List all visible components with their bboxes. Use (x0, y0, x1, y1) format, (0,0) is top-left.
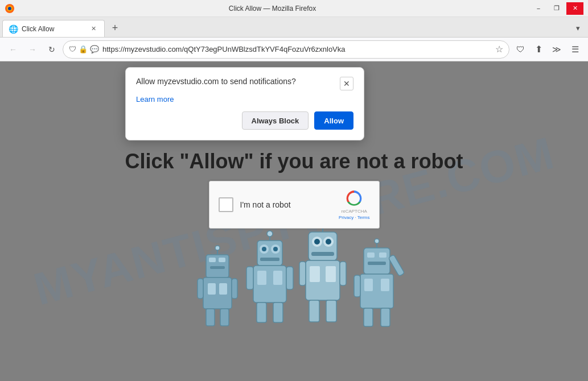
svg-rect-55 (364, 308, 373, 326)
tab-list-button[interactable]: ▾ (570, 20, 586, 36)
svg-rect-5 (219, 258, 225, 262)
svg-rect-36 (311, 252, 334, 256)
svg-rect-49 (368, 262, 386, 265)
restore-button[interactable]: ❐ (548, 2, 565, 15)
address-bar-icons: 🛡 🔒 💬 (69, 45, 99, 53)
recaptcha-brand-label: reCAPTCHA (342, 209, 367, 214)
popup-close-button[interactable]: ✕ (340, 77, 353, 90)
titlebar: Click Allow — Mozilla Firefox − ❐ ✕ (0, 0, 588, 17)
minimize-button[interactable]: − (530, 2, 547, 15)
svg-rect-26 (286, 267, 293, 289)
address-bar[interactable]: 🛡 🔒 💬 https://myzevstudio.com/qQtY73egPU… (63, 40, 509, 59)
svg-rect-13 (220, 309, 229, 326)
svg-rect-52 (381, 279, 389, 291)
svg-rect-40 (299, 262, 306, 285)
back-button[interactable]: ← (5, 41, 22, 58)
tab-favicon-icon: 🌐 (9, 24, 18, 34)
window-title: Click Allow — Mozilla Firefox (15, 5, 530, 13)
close-button[interactable]: ✕ (566, 2, 583, 15)
share-button[interactable]: ⬆ (530, 41, 547, 58)
menu-icon: ☰ (571, 44, 579, 55)
svg-rect-54 (354, 275, 360, 297)
popup-header: Allow myzevstudio.com to send notificati… (136, 77, 353, 90)
svg-rect-12 (206, 309, 215, 326)
svg-rect-41 (340, 262, 346, 285)
svg-rect-9 (219, 283, 227, 295)
recaptcha-box: I'm not a robot reCAPTCHA Privacy · Term… (209, 181, 380, 229)
recaptcha-label: I'm not a robot (240, 200, 332, 209)
svg-rect-28 (273, 303, 283, 322)
svg-rect-4 (209, 258, 216, 262)
reload-button[interactable]: ↻ (43, 41, 60, 58)
svg-rect-21 (260, 258, 279, 261)
svg-rect-27 (257, 303, 266, 322)
svg-point-2 (8, 7, 11, 10)
svg-point-20 (273, 247, 278, 251)
tab-list-icon: ▾ (576, 24, 580, 32)
svg-rect-43 (326, 300, 336, 322)
svg-rect-10 (198, 279, 203, 299)
extensions-button[interactable]: ≫ (548, 41, 565, 58)
recaptcha-terms-link[interactable]: Terms (357, 215, 370, 220)
share-icon: ⬆ (535, 44, 542, 55)
forward-button[interactable]: → (24, 41, 41, 58)
recaptcha-privacy-link[interactable]: Privacy (339, 215, 353, 220)
svg-rect-39 (326, 266, 336, 282)
svg-rect-25 (246, 267, 253, 289)
svg-rect-11 (232, 279, 237, 299)
svg-rect-48 (379, 252, 386, 258)
svg-point-15 (215, 246, 220, 250)
svg-rect-8 (208, 283, 216, 295)
popup-learn-more-link[interactable]: Learn more (136, 95, 353, 103)
notification-popup: Allow myzevstudio.com to send notificati… (125, 67, 364, 140)
lock-icon: 🔒 (79, 45, 88, 53)
toolbar: ← → ↻ 🛡 🔒 💬 https://myzevstudio.com/qQtY… (0, 38, 588, 61)
titlebar-left (5, 3, 15, 14)
svg-rect-47 (367, 252, 375, 258)
bookmark-star-icon[interactable]: ☆ (495, 44, 503, 55)
svg-rect-23 (257, 271, 266, 285)
allow-button[interactable]: Allow (314, 111, 353, 130)
chat-icon: 💬 (90, 45, 99, 53)
new-tab-button[interactable]: + (107, 20, 123, 36)
tabbar: 🌐 Click Allow ✕ + ▾ (0, 17, 588, 38)
active-tab[interactable]: 🌐 Click Allow ✕ (2, 20, 105, 37)
shield-button[interactable]: 🛡 (512, 41, 529, 58)
popup-title: Allow myzevstudio.com to send notificati… (136, 77, 340, 86)
tab-title: Click Allow (22, 25, 85, 33)
svg-rect-24 (273, 271, 282, 285)
extensions-icon: ≫ (552, 44, 561, 55)
svg-rect-42 (309, 300, 319, 322)
tab-close-button[interactable]: ✕ (88, 24, 98, 34)
page-content: MYANTISPYWARE.COM Click "Allow" if you a… (0, 61, 588, 381)
svg-rect-53 (388, 255, 405, 276)
always-block-button[interactable]: Always Block (242, 111, 309, 130)
recaptcha-checkbox[interactable] (219, 197, 233, 212)
shield-icon: 🛡 (69, 45, 76, 53)
svg-rect-7 (203, 278, 232, 309)
svg-rect-6 (210, 266, 225, 269)
window-controls: − ❐ ✕ (530, 2, 583, 15)
menu-button[interactable]: ☰ (566, 41, 583, 58)
svg-point-58 (375, 239, 379, 243)
recaptcha-links: Privacy · Terms (339, 215, 370, 220)
recaptcha-branding-area: reCAPTCHA Privacy · Terms (339, 189, 370, 220)
svg-rect-51 (364, 279, 373, 291)
toolbar-right: 🛡 ⬆ ≫ ☰ (512, 41, 583, 58)
svg-point-35 (326, 239, 331, 245)
firefox-logo-icon (5, 3, 15, 14)
svg-rect-56 (381, 308, 390, 326)
svg-point-19 (262, 247, 266, 251)
svg-rect-16 (257, 241, 282, 266)
svg-point-30 (267, 231, 273, 237)
svg-rect-31 (309, 232, 337, 260)
popup-buttons: Always Block Allow (136, 111, 353, 130)
recaptcha-logo-icon (345, 189, 363, 208)
svg-point-34 (314, 239, 320, 245)
svg-rect-46 (364, 248, 390, 274)
shield-right-icon: 🛡 (516, 44, 525, 54)
robots-svg (180, 226, 408, 340)
svg-rect-38 (310, 266, 320, 282)
url-display: https://myzevstudio.com/qQtY73egPUnWBlzs… (102, 45, 492, 53)
